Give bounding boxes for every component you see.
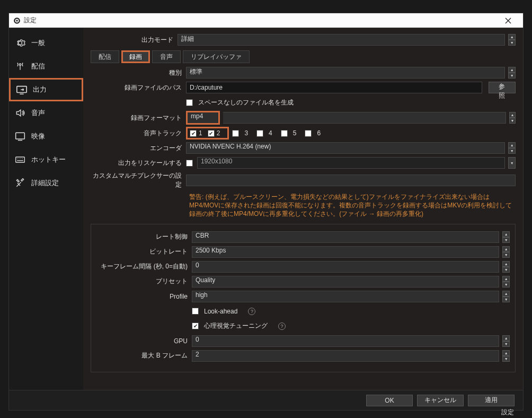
no-space-filename-label: スペースなしのファイル名を生成 xyxy=(198,98,294,107)
rescale-select[interactable]: 1920x1080 xyxy=(197,157,505,169)
sidebar-item-stream[interactable]: 配信 xyxy=(9,55,83,78)
close-button[interactable] xyxy=(498,13,519,28)
track-6-checkbox[interactable] xyxy=(305,130,312,137)
recording-type-label: 種別 xyxy=(91,68,186,77)
output-mode-label: 出力モード xyxy=(91,36,178,45)
gpu-input[interactable]: 0 xyxy=(192,335,499,347)
number-stepper-icon[interactable]: ▲▼ xyxy=(502,246,510,258)
settings-sidebar: 一般 配信 出力 音声 映像 ホットキー xyxy=(9,28,83,390)
select-chevron-icon[interactable]: ▲▼ xyxy=(508,67,516,79)
sidebar-item-video[interactable]: 映像 xyxy=(9,125,83,148)
no-space-filename-checkbox[interactable] xyxy=(186,99,193,106)
recording-format-select[interactable]: mp4 xyxy=(188,112,218,123)
encoder-settings-group: レート制御 CBR▲▼ ビットレート 2500 Kbps▲▼ キーフレーム間隔 … xyxy=(91,224,516,372)
lookahead-label: Look-ahead xyxy=(204,308,237,315)
number-stepper-icon[interactable]: ▲▼ xyxy=(502,350,510,362)
sidebar-item-output[interactable]: 出力 xyxy=(9,78,83,101)
sidebar-item-label: 音声 xyxy=(31,108,45,118)
format-warning: 警告: (例えば、ブルースクリーン、電力損失などの結果として)ファイルをファイナ… xyxy=(91,193,516,219)
psycho-visual-checkbox[interactable] xyxy=(192,323,199,329)
select-chevron-icon[interactable]: ▼ xyxy=(508,157,516,169)
settings-dialog: 設定 一般 配信 出力 音声 映像 xyxy=(8,13,524,411)
gpu-label: GPU xyxy=(96,337,192,345)
tab-recording[interactable]: 録画 xyxy=(121,50,150,63)
svg-rect-5 xyxy=(16,133,25,139)
bottom-settings-label: 設定 xyxy=(501,408,514,417)
keyint-input[interactable]: 0 xyxy=(192,261,499,273)
gear-icon xyxy=(14,37,26,49)
track-4-checkbox[interactable] xyxy=(256,130,263,137)
audio-tracks-label: 音声トラック xyxy=(91,129,186,138)
svg-point-3 xyxy=(19,64,21,65)
bitrate-label: ビットレート xyxy=(96,247,192,256)
preset-select[interactable]: Quality xyxy=(192,276,499,288)
apply-button[interactable]: 適用 xyxy=(468,395,515,406)
output-tabs: 配信 録画 音声 リプレイバッファ xyxy=(91,50,516,63)
number-stepper-icon[interactable]: ▲▼ xyxy=(502,335,510,347)
track-1-checkbox[interactable] xyxy=(190,130,197,137)
encoder-select[interactable]: NVIDIA NVENC H.264 (new) xyxy=(186,142,505,154)
sidebar-item-hotkeys[interactable]: ホットキー xyxy=(9,148,83,171)
rate-control-label: レート制御 xyxy=(96,232,192,241)
mux-label: カスタムマルチプレクサーの設定 xyxy=(91,171,186,189)
svg-rect-6 xyxy=(16,157,25,162)
select-chevron-icon[interactable]: ▲▼ xyxy=(502,231,510,243)
tab-streaming[interactable]: 配信 xyxy=(91,50,119,63)
help-icon[interactable]: ? xyxy=(278,323,286,330)
lookahead-checkbox[interactable] xyxy=(192,308,199,315)
rescale-checkbox[interactable] xyxy=(186,160,193,167)
bframes-input[interactable]: 2 xyxy=(192,350,499,362)
profile-label: Profile xyxy=(96,293,192,300)
browse-button[interactable]: 参照 xyxy=(489,82,516,93)
rate-control-select[interactable]: CBR xyxy=(192,231,499,243)
mux-input[interactable] xyxy=(186,175,516,186)
preset-label: プリセット xyxy=(96,277,192,286)
select-chevron-icon[interactable]: ▲▼ xyxy=(508,34,516,46)
profile-select[interactable]: high xyxy=(192,291,499,302)
sidebar-item-label: ホットキー xyxy=(31,155,66,164)
ok-button[interactable]: OK xyxy=(366,395,413,406)
recording-path-input[interactable] xyxy=(186,82,482,93)
output-mode-select[interactable]: 詳細 xyxy=(178,34,505,46)
titlebar: 設定 xyxy=(9,13,523,28)
recording-path-label: 録画ファイルのパス xyxy=(91,83,186,92)
track-2-checkbox[interactable] xyxy=(208,130,215,137)
dialog-footer: OK キャンセル 適用 xyxy=(9,390,523,410)
psycho-visual-label: 心理視覚チューニング xyxy=(204,321,268,330)
recording-format-label: 録画フォーマット xyxy=(91,114,186,123)
speaker-icon xyxy=(14,107,26,119)
select-chevron-icon[interactable]: ▲▼ xyxy=(509,112,516,124)
encoder-label: エンコーダ xyxy=(91,144,186,153)
sidebar-item-label: 詳細設定 xyxy=(31,178,59,188)
main-content: 出力モード 詳細▲▼ 配信 録画 音声 リプレイバッファ 種別 標準▲▼ 録画フ… xyxy=(83,28,523,390)
keyint-label: キーフレーム間隔 (秒, 0=自動) xyxy=(96,262,192,271)
sidebar-item-general[interactable]: 一般 xyxy=(9,31,83,55)
antenna-icon xyxy=(14,60,26,72)
monitor-icon xyxy=(14,130,26,142)
monitor-arrow-icon xyxy=(16,84,28,95)
sidebar-item-audio[interactable]: 音声 xyxy=(9,101,83,125)
sidebar-item-label: 映像 xyxy=(31,132,45,141)
sidebar-item-advanced[interactable]: 詳細設定 xyxy=(9,171,83,195)
keyboard-icon xyxy=(14,154,26,166)
tracks-highlight: 1 2 xyxy=(186,127,229,140)
tab-audio[interactable]: 音声 xyxy=(152,50,181,63)
select-chevron-icon[interactable]: ▲▼ xyxy=(502,291,510,302)
number-stepper-icon[interactable]: ▲▼ xyxy=(502,261,510,273)
cancel-button[interactable]: キャンセル xyxy=(417,395,464,406)
rescale-label: 出力をリスケールする xyxy=(91,159,186,168)
dialog-title: 設定 xyxy=(24,16,37,25)
track-3-checkbox[interactable] xyxy=(232,130,239,137)
recording-type-select[interactable]: 標準 xyxy=(186,67,505,79)
select-chevron-icon[interactable]: ▲▼ xyxy=(502,276,510,288)
recording-format-highlight: mp4 xyxy=(186,111,220,125)
tab-replay-buffer[interactable]: リプレイバッファ xyxy=(183,50,250,63)
track-5-checkbox[interactable] xyxy=(281,130,288,137)
sidebar-item-label: 出力 xyxy=(33,85,47,94)
svg-point-2 xyxy=(16,20,18,22)
help-icon[interactable]: ? xyxy=(248,308,255,315)
bframes-label: 最大 B フレーム xyxy=(96,351,192,360)
bitrate-input[interactable]: 2500 Kbps xyxy=(192,246,499,258)
tools-icon xyxy=(14,177,26,189)
select-chevron-icon[interactable]: ▲▼ xyxy=(508,142,516,154)
